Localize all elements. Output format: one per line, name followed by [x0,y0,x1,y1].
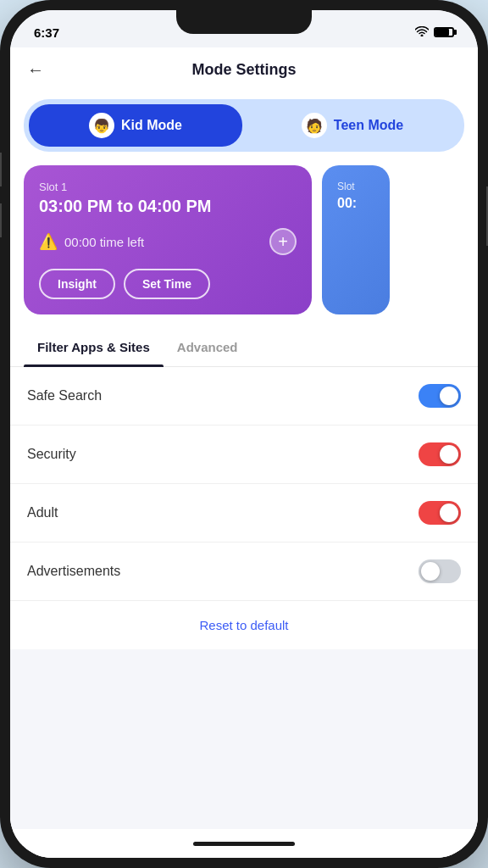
add-time-button[interactable]: + [269,228,297,255]
safe-search-label: Safe Search [27,388,102,403]
page-title: Mode Settings [191,61,296,79]
toggle-knob [440,445,458,464]
toggle-knob [440,387,458,405]
status-time: 6:37 [34,25,59,40]
kid-mode-label: Kid Mode [121,118,182,133]
security-label: Security [27,447,76,462]
insight-button[interactable]: Insight [39,269,115,299]
settings-item-security: Security [10,426,478,484]
teen-avatar: 🧑 [302,113,327,138]
security-toggle[interactable] [419,442,461,466]
settings-item-adult: Adult [10,484,478,542]
notch [176,10,312,34]
settings-list: Safe Search Security Adult [10,367,478,829]
slots-container: Slot 1 03:00 PM to 04:00 PM ⚠️ 00:00 tim… [10,165,478,328]
advertisements-toggle[interactable] [419,559,461,583]
app-content: ← Mode Settings 👦 Kid Mode 🧑 Teen Mode S… [10,47,478,858]
settings-item-advertisements: Advertisements [10,542,478,601]
slot-time-left: ⚠️ 00:00 time left + [39,228,297,255]
header: ← Mode Settings [10,47,478,92]
home-bar[interactable] [193,842,295,846]
slot-actions: Insight Set Time [39,269,297,299]
adult-label: Adult [27,505,58,520]
slot-card-2: Slot 00: [322,165,390,314]
filter-tabs: Filter Apps & Sites Advanced [10,328,478,367]
toggle-knob [440,504,458,522]
toggle-knob [421,562,440,581]
status-icons [415,25,454,39]
slot-2-time: 00: [337,196,374,211]
advertisements-label: Advertisements [27,564,120,579]
teen-mode-label: Teen Mode [334,118,403,133]
set-time-button[interactable]: Set Time [124,269,210,299]
volume-down-button[interactable] [0,203,2,237]
reset-container: Reset to default [10,601,478,649]
time-left-text: 00:00 time left [64,235,263,249]
wifi-icon [415,25,429,39]
reset-button[interactable]: Reset to default [199,618,288,632]
volume-up-button[interactable] [0,153,2,186]
slot-1-time: 03:00 PM to 04:00 PM [39,197,297,216]
tab-teen-mode[interactable]: 🧑 Teen Mode [246,104,459,147]
adult-toggle[interactable] [419,501,461,525]
battery-icon [434,27,454,37]
safe-search-toggle[interactable] [419,384,461,408]
slot-1-label: Slot 1 [39,181,297,193]
tab-advanced[interactable]: Advanced [164,328,252,366]
mode-tabs: 👦 Kid Mode 🧑 Teen Mode [24,99,464,152]
back-button[interactable]: ← [27,60,44,80]
phone-frame: 6:37 ← Mode Settin [0,0,488,868]
home-indicator [10,829,478,858]
timer-warning-icon: ⚠️ [39,232,58,251]
slot-card-1: Slot 1 03:00 PM to 04:00 PM ⚠️ 00:00 tim… [24,165,312,314]
kid-avatar: 👦 [89,113,114,138]
settings-item-safe-search: Safe Search [10,367,478,426]
tab-filter-apps[interactable]: Filter Apps & Sites [24,328,164,366]
slot-2-label: Slot [337,181,374,192]
tab-kid-mode[interactable]: 👦 Kid Mode [29,104,242,147]
phone-screen: 6:37 ← Mode Settin [10,10,478,858]
